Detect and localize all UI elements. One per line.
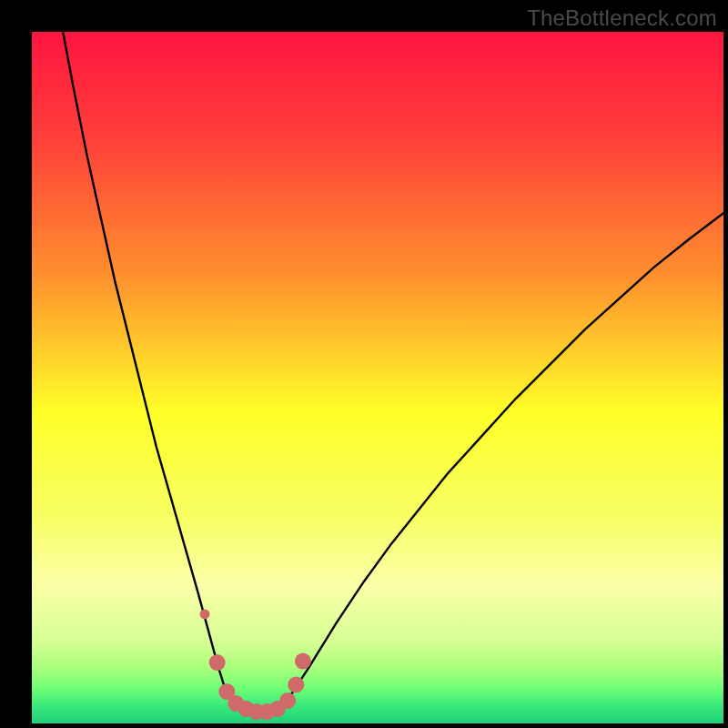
svg-point-8 [279, 693, 296, 709]
chart-svg [32, 32, 723, 723]
chart-frame: TheBottleneck.com [0, 0, 728, 728]
watermark-text: TheBottleneck.com [527, 5, 717, 31]
svg-point-9 [288, 676, 304, 693]
svg-rect-0 [32, 32, 723, 723]
svg-point-1 [209, 654, 226, 671]
svg-point-10 [295, 653, 311, 670]
plot-area [32, 32, 723, 723]
svg-point-11 [200, 609, 210, 619]
